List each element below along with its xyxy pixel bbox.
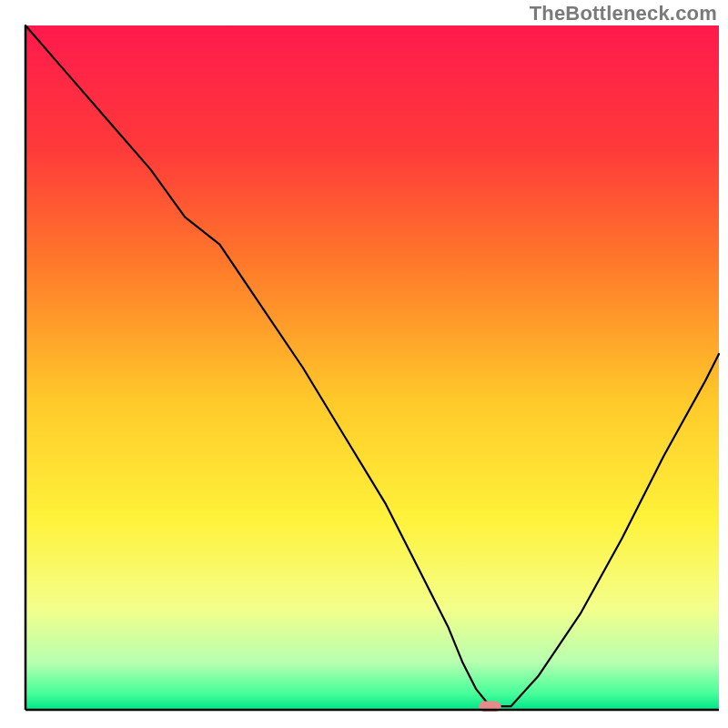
watermark-text: TheBottleneck.com — [530, 2, 717, 25]
plot-area — [25, 25, 719, 712]
chart-svg — [0, 0, 728, 728]
gradient-background — [25, 25, 719, 710]
bottleneck-chart: TheBottleneck.com — [0, 0, 728, 728]
